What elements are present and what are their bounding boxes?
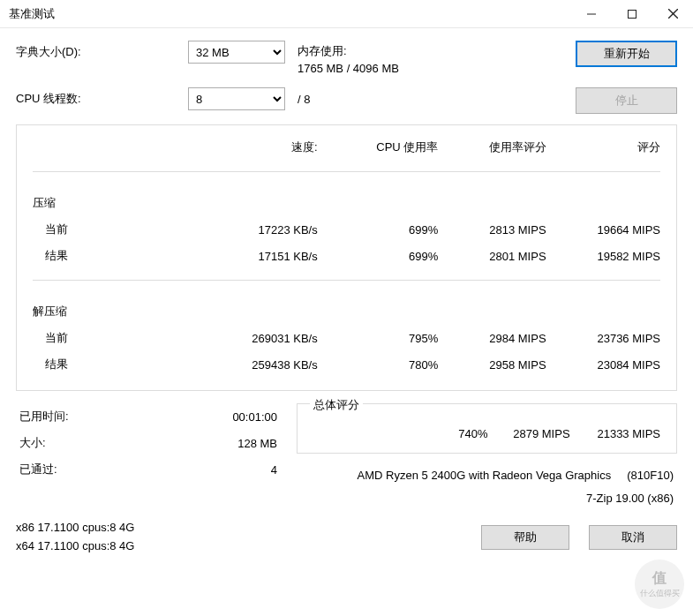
col-usage-rating: 使用率评分 [441, 134, 549, 161]
summary-table: 已用时间: 00:01:00 大小: 128 MB 已通过: 4 [16, 403, 281, 483]
titlebar: 基准测试 [0, 0, 693, 28]
stop-button: 停止 [576, 87, 677, 114]
help-button[interactable]: 帮助 [481, 525, 569, 550]
memory-usage-label: 内存使用: [298, 42, 576, 60]
overall-rating-panel: 总体评分 740% 2879 MIPS 21333 MIPS [297, 403, 677, 454]
threads-label: CPU 线程数: [16, 87, 188, 107]
app-version: 7-Zip 19.00 (x86) [297, 487, 674, 510]
close-button[interactable] [652, 0, 693, 28]
elapsed-label: 已用时间: [16, 403, 154, 430]
cpu-build-info: x86 17.1100 cpus:8 4G x64 17.1100 cpus:8… [16, 519, 462, 556]
decompress-current-row: 当前 269031 KB/s 795% 2984 MIPS 23736 MIPS [29, 325, 664, 351]
overall-title: 总体评分 [310, 397, 363, 413]
passed-label: 已通过: [16, 456, 154, 483]
dict-size-label: 字典大小(D): [16, 41, 188, 60]
svg-rect-1 [629, 10, 637, 18]
maximize-button[interactable] [612, 0, 652, 28]
minimize-button[interactable] [571, 0, 612, 28]
overall-cpu: 740% [444, 424, 491, 444]
compress-result-row: 结果 17151 KB/s 699% 2801 MIPS 19582 MIPS [29, 243, 664, 269]
results-panel: 速度: CPU 使用率 使用率评分 评分 压缩 当前 17223 KB/s 69… [16, 124, 677, 391]
elapsed-value: 00:01:00 [154, 403, 281, 430]
size-value: 128 MB [154, 430, 281, 456]
restart-button[interactable]: 重新开始 [576, 41, 677, 67]
cpu-id: (810F10) [627, 469, 674, 482]
col-cpu-usage: CPU 使用率 [321, 134, 442, 161]
watermark-icon: 值 什么值得买 [635, 560, 684, 609]
decompress-section-title: 解压缩 [29, 291, 664, 325]
overall-usage-rating: 2879 MIPS [491, 424, 573, 444]
compress-section-title: 压缩 [29, 183, 664, 216]
memory-usage-value: 1765 MB / 4096 MB [298, 60, 576, 78]
overall-rating: 21333 MIPS [574, 424, 664, 444]
threads-max: / 8 [298, 93, 310, 106]
threads-select[interactable]: 8 [188, 87, 285, 110]
size-label: 大小: [16, 430, 154, 456]
passed-value: 4 [154, 456, 281, 483]
window-title: 基准测试 [0, 6, 571, 22]
decompress-result-row: 结果 259438 KB/s 780% 2958 MIPS 23084 MIPS [29, 351, 664, 378]
dict-size-select[interactable]: 32 MB [188, 41, 285, 64]
col-speed: 速度: [194, 134, 321, 161]
cancel-button[interactable]: 取消 [589, 525, 677, 550]
compress-current-row: 当前 17223 KB/s 699% 2813 MIPS 19664 MIPS [29, 216, 664, 243]
cpu-name: AMD Ryzen 5 2400G with Radeon Vega Graph… [358, 469, 612, 482]
col-rating: 评分 [550, 134, 664, 161]
